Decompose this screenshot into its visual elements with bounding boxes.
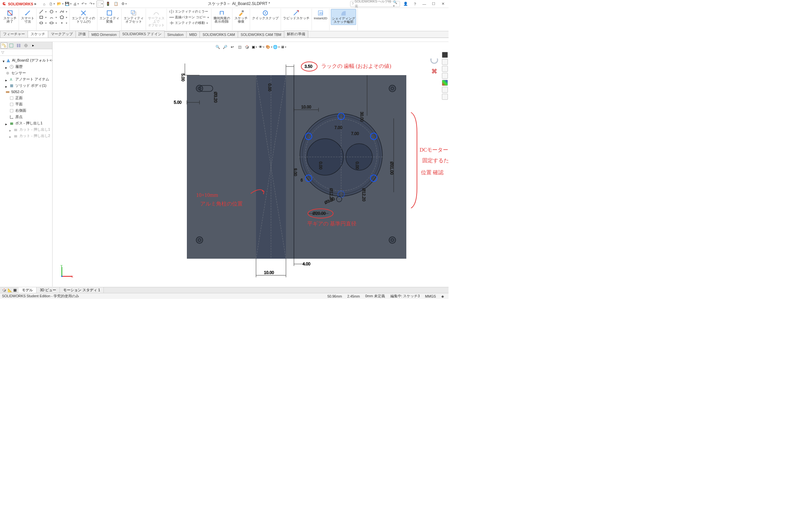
tp-forum-icon[interactable] <box>442 94 448 100</box>
svg-rect-29 <box>10 103 13 106</box>
help-search-input[interactable]: ?SOLIDWORKS ヘルプ検索🔍▾ <box>350 1 400 7</box>
fm-tab-tree-icon[interactable] <box>1 42 7 49</box>
quick-snap-button[interactable]: クイックスナップ <box>251 9 279 21</box>
fm-tab-config-icon[interactable] <box>15 42 22 49</box>
command-tab-bar: フィーチャー スケッチ マークアップ 評価 MBD Dimension SOLI… <box>0 31 449 38</box>
tab-sw-addins[interactable]: SOLIDWORKS アドイン <box>119 31 165 38</box>
surface-offset-button[interactable]: サーフェス 上で オフセット <box>147 9 165 27</box>
qat-redo-icon[interactable]: ↷ <box>89 1 96 7</box>
tree-plane-right[interactable]: 右側面 <box>1 108 52 114</box>
tree-cut-extrude1[interactable]: ▸カット - 押し出し1 <box>1 126 52 133</box>
circle-tool-icon[interactable] <box>48 9 58 14</box>
fm-filter-input[interactable]: ▽ <box>0 49 52 56</box>
rect-tool-icon[interactable] <box>38 15 48 20</box>
tab-mbd-dimension[interactable]: MBD Dimension <box>89 31 120 38</box>
maximize-button[interactable]: ☐ <box>430 1 437 7</box>
tp-appearances-icon[interactable] <box>442 80 448 86</box>
svg-point-16 <box>265 12 266 13</box>
qat-rebuild-icon[interactable]: 🚦 <box>104 1 112 7</box>
btab-3dview[interactable]: 3D ビュー <box>37 287 60 293</box>
arc-tool-icon[interactable] <box>48 15 58 20</box>
exit-sketch-button[interactable]: スケッチ 終了 <box>3 9 17 24</box>
rapid-sketch-button[interactable]: ラピッドスケッチ <box>282 9 310 21</box>
tab-markup[interactable]: マークアップ <box>48 31 76 38</box>
convert-entities-button[interactable]: エンティティ 変換 <box>99 9 120 24</box>
graphics-area[interactable]: ⛶ 🗗 — ✕ 🔍 🔎 ↩ ◫ 🎲 ▣ 👁 🎨 🌐 🖥 ✖ <box>53 42 449 287</box>
qat-settings-icon[interactable]: ⚙ <box>120 1 128 7</box>
tree-annotations[interactable]: ▸Aアノテート アイテム <box>1 76 52 82</box>
tp-file-explorer-icon[interactable] <box>442 66 448 72</box>
display-constraints-button[interactable]: 幾何拘束の 表示/削除 <box>213 9 231 24</box>
tree-plane-top[interactable]: 平面 <box>1 101 52 108</box>
tree-solid-bodies[interactable]: ▸ソリッド ボディ(1) <box>1 82 52 89</box>
btab-model[interactable]: モデル <box>19 287 37 293</box>
tp-resources-icon[interactable] <box>442 52 448 58</box>
repair-sketch-button[interactable]: スケッチ 修復 <box>234 9 248 24</box>
tab-feature[interactable]: フィーチャー <box>0 31 28 38</box>
tab-sw-cam[interactable]: SOLIDWORKS CAM <box>200 31 238 38</box>
qat-options-icon[interactable]: 📋 <box>112 1 120 7</box>
help-icon[interactable]: ? <box>411 1 419 7</box>
svg-rect-32 <box>14 129 17 131</box>
line-tool-icon[interactable] <box>38 9 48 14</box>
trim-entities-button[interactable]: エンティティの トリム(T) <box>71 9 96 24</box>
status-units[interactable]: MMGS <box>422 294 439 298</box>
dim-350: 3.50 <box>305 64 312 69</box>
point-tool-icon[interactable] <box>58 20 68 25</box>
tp-design-library-icon[interactable] <box>442 59 448 65</box>
mirror-entities-button[interactable]: エンティティのミラー <box>168 9 209 14</box>
spline-tool-icon[interactable] <box>58 9 68 14</box>
move-entities-button[interactable]: エンティティの移動 <box>168 20 209 25</box>
btab-motion[interactable]: モーション スタディ 1 <box>60 287 104 293</box>
qat-new-icon[interactable]: 🗋 <box>49 1 56 7</box>
tab-mbd[interactable]: MBD <box>186 31 200 38</box>
qat-home-icon[interactable]: ⌂ <box>41 1 48 7</box>
fm-tab-dimxpert-icon[interactable] <box>23 42 29 49</box>
tree-plane-front[interactable]: 正面 <box>1 95 52 101</box>
status-coord-y: 2.45mm <box>344 294 362 298</box>
slot-tool-icon[interactable] <box>38 20 48 25</box>
tree-root[interactable]: ▾ Al_Board2 (デフォルト<<デ <box>1 57 52 63</box>
qat-open-icon[interactable]: 📂 <box>57 1 64 7</box>
bt-more-icon[interactable]: ▦ <box>13 288 17 292</box>
tree-origin[interactable]: 原点 <box>1 114 52 120</box>
close-button[interactable]: ✕ <box>439 1 446 7</box>
qat-select-icon[interactable]: ⬚ <box>96 1 104 7</box>
tree-boss-extrude1[interactable]: ▸ボス - 押し出し1 <box>1 120 52 126</box>
tab-analysis-prep[interactable]: 解析の準備 <box>284 31 308 38</box>
tp-view-palette-icon[interactable] <box>442 73 448 79</box>
offset-entities-button[interactable]: エンティティ オフセット <box>123 9 144 24</box>
bt-layers-icon[interactable]: 📐 <box>8 288 12 292</box>
status-custom-icon[interactable]: ◈ <box>439 294 446 298</box>
tree-sensors[interactable]: センサー <box>1 70 52 76</box>
svg-point-6 <box>50 22 54 24</box>
ellipse-tool-icon[interactable] <box>48 20 58 25</box>
tab-sw-cam-tbm[interactable]: SOLIDWORKS CAM TBM <box>238 31 284 38</box>
polygon-tool-icon[interactable] <box>58 15 68 20</box>
qat-save-icon[interactable]: 💾 <box>64 1 72 7</box>
qat-undo-icon[interactable]: ↶ <box>80 1 88 7</box>
fm-tab-display-icon[interactable]: ▸ <box>30 42 37 49</box>
tab-sketch[interactable]: スケッチ <box>27 31 48 38</box>
tree-cut-extrude2[interactable]: ▸カット - 押し出し2 <box>1 133 52 139</box>
dim-5h: 5.00 <box>174 100 182 105</box>
tp-custom-props-icon[interactable] <box>442 87 448 93</box>
app-name: SOLIDWORKS <box>8 2 33 6</box>
linear-pattern-button[interactable]: 直線パターン コピー <box>168 15 210 20</box>
tab-simulation[interactable]: Simulation <box>164 31 187 38</box>
tree-history[interactable]: ▸履歴 <box>1 63 52 70</box>
instant2d-button[interactable]: 2DInstant2D <box>313 9 328 21</box>
svg-rect-31 <box>10 122 13 125</box>
svg-rect-9 <box>131 11 135 14</box>
smart-dimension-button[interactable]: スマート 寸法 <box>20 9 35 24</box>
minimize-button[interactable]: — <box>421 1 428 7</box>
orientation-triad[interactable]: Y X <box>59 265 73 279</box>
fm-tab-property-icon[interactable] <box>8 42 15 49</box>
qat-print-icon[interactable]: 🖨 <box>73 1 80 7</box>
tab-evaluate[interactable]: 評価 <box>75 31 89 38</box>
user-icon[interactable]: 👤 <box>402 1 409 7</box>
bt-orient-icon[interactable]: 🎲 <box>2 288 6 292</box>
svg-point-12 <box>171 17 172 18</box>
shaded-sketch-button[interactable]: シェイディング スケッチ輪郭 <box>331 9 356 25</box>
tree-material[interactable]: 5052-O <box>1 89 52 95</box>
